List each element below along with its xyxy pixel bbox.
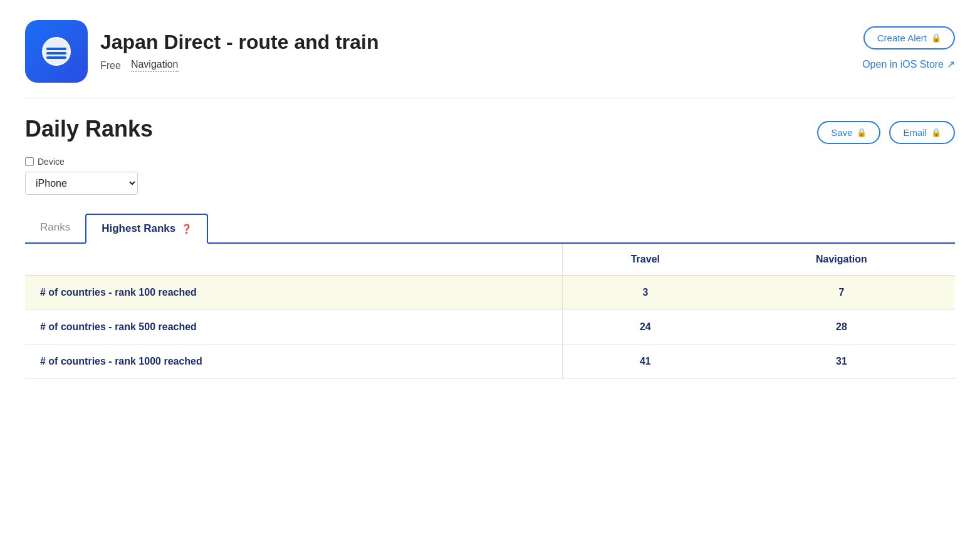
app-header-right: Create Alert 🔒 Open in iOS Store ↗: [862, 26, 955, 70]
tab-highest-ranks-label: Highest Ranks: [102, 222, 175, 234]
col-header-label: [25, 244, 562, 276]
row-navigation-rank1000: 31: [728, 345, 955, 379]
svg-rect-2: [46, 52, 66, 55]
tab-ranks-label: Ranks: [40, 221, 70, 233]
table-header: Travel Navigation: [25, 244, 955, 276]
app-tag-category: Navigation: [131, 59, 179, 72]
row-label-rank100: # of countries - rank 100 reached: [25, 276, 562, 310]
app-title: Japan Direct - route and train: [100, 31, 379, 54]
device-checkbox[interactable]: [25, 157, 34, 166]
section-title: Daily Ranks: [25, 116, 153, 142]
row-navigation-rank100: 7: [728, 276, 955, 310]
row-travel-rank500: 24: [562, 310, 727, 345]
device-label-text: Device: [38, 157, 65, 167]
page-wrapper: Japan Direct - route and train Free Navi…: [0, 0, 980, 399]
app-tag-free: Free: [100, 60, 121, 71]
lock-icon-email: 🔒: [931, 128, 941, 137]
svg-rect-3: [46, 56, 66, 59]
open-ios-label: Open in iOS Store: [862, 59, 944, 70]
col-header-navigation: Navigation: [728, 244, 955, 276]
email-label: Email: [903, 127, 927, 138]
app-header-left: Japan Direct - route and train Free Navi…: [25, 20, 379, 83]
row-travel-rank1000: 41: [562, 345, 727, 379]
data-table: Travel Navigation # of countries - rank …: [25, 244, 955, 379]
table-header-row: Travel Navigation: [25, 244, 955, 276]
table-row: # of countries - rank 1000 reached 41 31: [25, 345, 955, 379]
lock-icon-alert: 🔒: [931, 33, 941, 43]
device-label-row: Device: [25, 157, 955, 167]
lock-icon-save: 🔒: [857, 128, 867, 137]
svg-rect-1: [46, 48, 66, 50]
row-navigation-rank500: 28: [728, 310, 955, 345]
section-actions: Save 🔒 Email 🔒: [817, 121, 955, 144]
section-header: Daily Ranks Save 🔒 Email 🔒: [25, 116, 955, 144]
tabs-container: Ranks Highest Ranks ❓: [25, 212, 955, 244]
app-logo-icon: [38, 33, 75, 70]
table-row: # of countries - rank 100 reached 3 7: [25, 276, 955, 310]
row-travel-rank100: 3: [562, 276, 727, 310]
save-button[interactable]: Save 🔒: [817, 121, 880, 144]
app-info: Japan Direct - route and train Free Navi…: [100, 31, 379, 72]
table-body: # of countries - rank 100 reached 3 7 # …: [25, 276, 955, 379]
external-link-icon: ↗: [947, 58, 955, 70]
tab-ranks[interactable]: Ranks: [25, 212, 85, 242]
row-label-rank1000: # of countries - rank 1000 reached: [25, 345, 562, 379]
device-selector: Device iPhone iPad: [25, 157, 955, 195]
row-label-rank500: # of countries - rank 500 reached: [25, 310, 562, 345]
email-button[interactable]: Email 🔒: [889, 121, 955, 144]
device-select[interactable]: iPhone iPad: [25, 172, 138, 195]
create-alert-button[interactable]: Create Alert 🔒: [863, 26, 955, 49]
col-header-travel: Travel: [562, 244, 727, 276]
tab-highest-ranks[interactable]: Highest Ranks ❓: [85, 214, 208, 244]
app-tags: Free Navigation: [100, 59, 379, 72]
tab-help-icon: ❓: [181, 224, 192, 234]
open-ios-store-link[interactable]: Open in iOS Store ↗: [862, 58, 955, 70]
app-icon: [25, 20, 88, 83]
table-row: # of countries - rank 500 reached 24 28: [25, 310, 955, 345]
create-alert-label: Create Alert: [877, 33, 927, 43]
save-label: Save: [831, 127, 852, 138]
app-header: Japan Direct - route and train Free Navi…: [25, 20, 955, 98]
